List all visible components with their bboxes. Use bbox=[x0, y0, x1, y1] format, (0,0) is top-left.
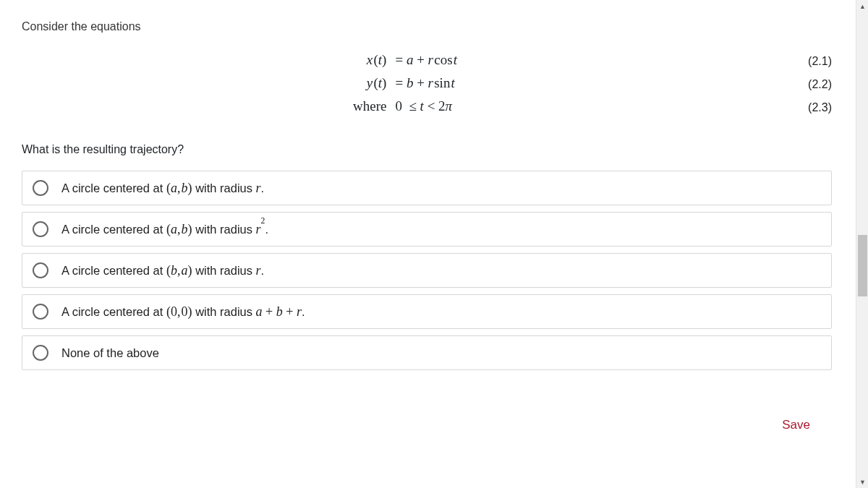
equation-lhs: y (t) bbox=[353, 75, 386, 91]
scroll-down-arrow-icon[interactable]: ▼ bbox=[856, 476, 868, 488]
equation-number: (2.3) bbox=[788, 100, 832, 116]
scrollbar-thumb[interactable] bbox=[858, 235, 867, 296]
equation-block: x (t)= a + r cos ty (t)= b + r sin twher… bbox=[22, 52, 832, 116]
option-label: A circle centered at (b, a) with radius … bbox=[61, 263, 264, 278]
question-text: What is the resulting trajectory? bbox=[22, 143, 832, 156]
option-label: A circle centered at (0, 0) with radius … bbox=[61, 304, 305, 320]
scroll-up-arrow-icon[interactable]: ▲ bbox=[856, 0, 868, 12]
option-label: None of the above bbox=[61, 346, 159, 360]
option-label: A circle centered at (a, b) with radius … bbox=[61, 181, 264, 196]
equation-lhs: where bbox=[353, 98, 386, 114]
radio-icon[interactable] bbox=[33, 304, 48, 320]
options-list: A circle centered at (a, b) with radius … bbox=[22, 171, 832, 370]
scroll-viewport[interactable]: Consider the equations x (t)= a + r cos … bbox=[0, 0, 854, 488]
option-row[interactable]: A circle centered at (0, 0) with radius … bbox=[22, 294, 832, 329]
prompt-text: Consider the equations bbox=[22, 20, 832, 33]
radio-icon[interactable] bbox=[33, 180, 48, 196]
equation-rhs: 0 ≤ t < 2π bbox=[395, 98, 457, 114]
option-row[interactable]: A circle centered at (b, a) with radius … bbox=[22, 253, 832, 288]
equation-number: (2.1) bbox=[788, 53, 832, 69]
radio-icon[interactable] bbox=[33, 345, 48, 361]
equation-number: (2.2) bbox=[788, 77, 832, 93]
option-row[interactable]: None of the above bbox=[22, 335, 832, 370]
option-row[interactable]: A circle centered at (a, b) with radius … bbox=[22, 171, 832, 205]
radio-icon[interactable] bbox=[33, 221, 48, 237]
equation-rhs: = a + r cos t bbox=[395, 52, 457, 68]
equation-rhs: = b + r sin t bbox=[395, 75, 457, 91]
page-scrollbar[interactable]: ▲ ▼ bbox=[856, 0, 868, 488]
radio-icon[interactable] bbox=[33, 262, 48, 278]
option-row[interactable]: A circle centered at (a, b) with radius … bbox=[22, 212, 832, 247]
option-label: A circle centered at (a, b) with radius … bbox=[61, 222, 268, 237]
save-button[interactable]: Save bbox=[775, 414, 817, 437]
equation-lhs: x (t) bbox=[353, 52, 386, 68]
